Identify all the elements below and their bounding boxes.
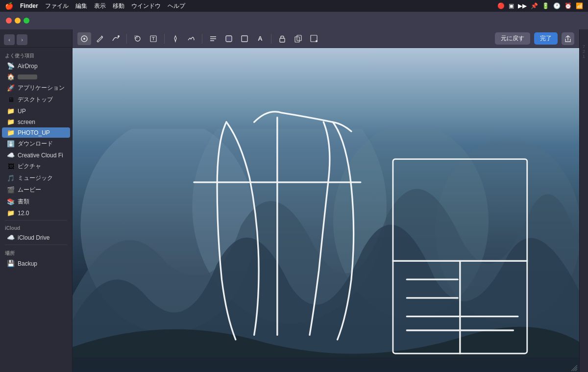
sidebar-item-desktop[interactable]: 🖥 デスクトップ <box>2 94 70 105</box>
share-button[interactable] <box>562 32 574 45</box>
sidebar-item-creative-cloud[interactable]: ☁️ Creative Cloud Fi <box>2 150 70 160</box>
clock-icon[interactable]: ⏰ <box>564 2 572 9</box>
window-content: ‹ › よく使う項目 📡 AirDrop 🏠 🚀 アプリケーション 🖥 デスクト… <box>0 29 588 372</box>
forward-button[interactable]: › <box>17 34 27 45</box>
movies-label: ムービー <box>18 186 41 194</box>
lock-button[interactable] <box>275 32 289 45</box>
menubar-go[interactable]: 移動 <box>113 2 124 10</box>
back-button[interactable]: ‹ <box>4 34 15 45</box>
apple-menu[interactable]: 🍎 <box>5 2 13 10</box>
minimize-button[interactable] <box>15 18 21 24</box>
border-button[interactable] <box>222 32 236 45</box>
folder-12-icon: 📁 <box>7 209 15 217</box>
revert-button[interactable]: 元に戻す <box>495 32 530 45</box>
toolbar-sep-4 <box>271 34 271 44</box>
time-machine-icon[interactable]: 🕐 <box>553 2 561 9</box>
up-label: UP <box>18 108 26 115</box>
menubar-help[interactable]: ヘルプ <box>168 2 185 10</box>
menubar-right-icons: 🔴 ▣ ▶▶ 📌 🔋 🕐 ⏰ 📶 <box>497 2 583 9</box>
downloads-icon: ⬇️ <box>7 140 15 148</box>
12-label: 12.0 <box>18 210 29 217</box>
sidebar-divider-1 <box>5 220 67 221</box>
sidebar-item-airdrop[interactable]: 📡 AirDrop <box>2 61 70 71</box>
wifi-icon[interactable]: 📶 <box>576 2 583 9</box>
image-canvas[interactable] <box>73 48 579 372</box>
textbox-button[interactable] <box>147 32 160 45</box>
battery-icon[interactable]: 🔋 <box>542 2 549 9</box>
smooth-draw-button[interactable] <box>109 32 122 45</box>
markup-toolbar: A <box>73 29 579 48</box>
sidebar-item-backup[interactable]: 💾 Backup <box>2 258 70 269</box>
backup-label: Backup <box>18 260 37 267</box>
touchbar-icon[interactable]: ▣ <box>509 2 514 9</box>
right-panel-numbers: 721 <box>581 44 587 59</box>
font-button[interactable]: A <box>253 32 267 45</box>
pictures-label: ピクチャ <box>18 162 41 171</box>
pen-button[interactable] <box>169 32 182 45</box>
svg-rect-17 <box>73 357 579 372</box>
creative-cloud-label: Creative Cloud Fi <box>18 152 63 159</box>
draw-tool-button[interactable] <box>93 32 107 45</box>
done-button[interactable]: 完了 <box>534 32 558 45</box>
sidebar-item-applications[interactable]: 🚀 アプリケーション <box>2 82 70 94</box>
rect-border-button[interactable] <box>238 32 251 45</box>
sidebar-nav: ‹ › <box>0 32 72 48</box>
photo-up-label: PHOTO_UP <box>18 129 50 136</box>
menubar: 🍎 Finder ファイル 編集 表示 移動 ウインドウ ヘルプ 🔴 ▣ ▶▶ … <box>0 0 588 12</box>
menubar-window[interactable]: ウインドウ <box>131 2 161 10</box>
sidebar-item-pictures[interactable]: 🖼 ピクチャ <box>2 161 70 172</box>
resize-handle[interactable] <box>571 364 577 370</box>
select-tool-button[interactable] <box>77 32 91 45</box>
sidebar-item-up[interactable]: 📁 UP <box>2 106 70 116</box>
icloud-drive-icon: ☁️ <box>7 234 15 241</box>
screen-label: screen <box>18 119 35 125</box>
menubar-view[interactable]: 表示 <box>94 2 106 10</box>
mountains-layer <box>73 129 579 372</box>
music-label: ミュージック <box>18 174 53 182</box>
svg-point-12 <box>316 40 318 42</box>
script-icon[interactable]: ▶▶ <box>518 2 527 9</box>
toolbar-sep-2 <box>164 34 165 44</box>
sidebar-item-downloads[interactable]: ⬇️ ダウンロード <box>2 138 70 149</box>
sidebar-item-movies[interactable]: 🎬 ムービー <box>2 184 70 196</box>
movies-icon: 🎬 <box>7 186 15 194</box>
sidebar-item-photo-up[interactable]: 📁 PHOTO_UP <box>2 127 70 138</box>
menubar-edit[interactable]: 編集 <box>75 2 87 10</box>
svg-point-2 <box>118 35 120 37</box>
weibo-icon[interactable]: 🔴 <box>497 2 505 9</box>
right-panel: 721 <box>579 29 588 372</box>
pin-icon[interactable]: 📌 <box>531 2 538 9</box>
sidebar-divider-2 <box>5 245 67 245</box>
pictures-icon: 🖼 <box>7 163 15 170</box>
sidebar-item-12[interactable]: 📁 12.0 <box>2 208 70 218</box>
desktop-label: デスクトップ <box>18 96 53 104</box>
desktop-icon: 🖥 <box>7 96 15 103</box>
titlebar <box>0 12 588 29</box>
image-background <box>73 48 579 372</box>
finder-window: ‹ › よく使う項目 📡 AirDrop 🏠 🚀 アプリケーション 🖥 デスクト… <box>0 12 588 372</box>
shapes-button[interactable] <box>131 32 145 45</box>
sidebar-item-screen[interactable]: 📁 screen <box>2 117 70 127</box>
sidebar-item-icloud-drive[interactable]: ☁️ iCloud Drive <box>2 232 70 243</box>
section-places-label: 場所 <box>0 247 72 258</box>
close-button[interactable] <box>6 18 12 24</box>
section-icloud-label: iCloud <box>0 223 72 232</box>
svg-rect-8 <box>280 38 285 42</box>
align-button[interactable] <box>206 32 220 45</box>
books-icon: 📚 <box>7 198 15 205</box>
svg-point-3 <box>135 36 140 41</box>
home-label <box>18 74 37 79</box>
menubar-finder[interactable]: Finder <box>20 2 38 9</box>
fullscreen-button[interactable] <box>24 18 29 24</box>
copy-button[interactable] <box>291 32 305 45</box>
toolbar-sep-3 <box>202 34 202 44</box>
backup-icon: 💾 <box>7 260 15 267</box>
sidebar: ‹ › よく使う項目 📡 AirDrop 🏠 🚀 アプリケーション 🖥 デスクト… <box>0 29 73 372</box>
creative-cloud-icon: ☁️ <box>7 151 15 159</box>
sidebar-item-books[interactable]: 📚 書類 <box>2 196 70 207</box>
signature-button[interactable] <box>184 32 198 45</box>
menubar-file[interactable]: ファイル <box>45 2 69 10</box>
sidebar-item-music[interactable]: 🎵 ミュージック <box>2 173 70 184</box>
crop-button[interactable] <box>307 32 320 45</box>
sidebar-item-home[interactable]: 🏠 <box>2 72 70 82</box>
